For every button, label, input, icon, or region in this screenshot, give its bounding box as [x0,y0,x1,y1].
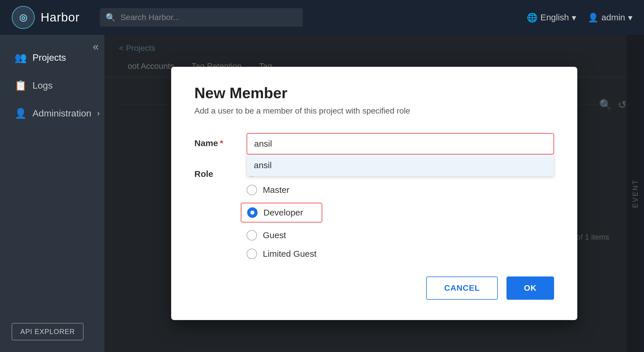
sidebar-item-projects[interactable]: 👥 Projects [0,44,104,71]
logs-icon: 📋 [15,80,27,91]
role-developer[interactable]: Developer [241,203,322,222]
language-selector[interactable]: 🌐 English ▾ [527,12,576,23]
role-master-label: Master [263,185,290,195]
chevron-down-icon: ▾ [628,12,632,23]
user-label: admin [601,12,625,22]
role-developer-label: Developer [263,208,303,218]
sidebar-collapse-button[interactable]: « [93,41,99,53]
role-guest[interactable]: Guest [247,230,316,240]
sidebar: « 👥 Projects 📋 Logs 👤 Administration › A… [0,35,104,352]
radio-limited-guest-circle [247,249,257,259]
search-icon: 🔍 [106,13,116,22]
modal-footer: CANCEL OK [194,276,554,300]
role-master[interactable]: Master [247,185,316,195]
role-limited-guest-label: Limited Guest [263,249,316,259]
sidebar-item-label: Logs [32,80,53,91]
language-label: English [540,12,569,22]
projects-icon: 👥 [15,52,27,63]
search-bar[interactable]: 🔍 [100,8,303,27]
radio-group: Project Admin Master Developer Guest [247,166,316,259]
user-icon: 👤 [588,12,598,23]
ok-button[interactable]: OK [506,276,554,300]
admin-icon: 👤 [15,107,27,119]
search-input[interactable] [120,13,297,22]
api-explorer-button[interactable]: API EXPLORER [12,323,84,340]
content-area: < Projects oot Accounts Tag Retention Ta… [104,35,644,352]
sidebar-item-logs[interactable]: 📋 Logs [0,71,104,99]
name-input-wrapper: ansil [247,133,554,155]
main-layout: « 👥 Projects 📋 Logs 👤 Administration › A… [0,35,644,352]
globe-icon: 🌐 [527,12,538,23]
radio-developer-circle [247,207,258,218]
chevron-right-icon: › [97,109,100,118]
autocomplete-item[interactable]: ansil [247,155,554,176]
radio-master-circle [247,185,257,195]
required-indicator: * [220,138,223,148]
name-input[interactable] [247,133,554,155]
role-limited-guest[interactable]: Limited Guest [247,249,316,259]
role-label: Role [194,166,235,179]
modal-subtitle: Add a user to be a member of this projec… [194,106,554,116]
sidebar-item-administration[interactable]: 👤 Administration › [0,99,104,127]
top-navigation: ◎ Harbor 🔍 🌐 English ▾ 👤 admin ▾ [0,0,644,35]
cancel-button[interactable]: CANCEL [426,276,498,300]
sidebar-item-label: Projects [32,52,66,63]
app-name: Harbor [41,10,79,24]
chevron-down-icon: ▾ [572,12,576,23]
new-member-modal: New Member Add a user to be a member of … [171,67,577,320]
nav-right: 🌐 English ▾ 👤 admin ▾ [527,12,632,23]
logo-icon: ◎ [12,6,35,29]
role-form-group: Role Project Admin Master Developer [194,166,554,259]
radio-guest-circle [247,230,257,240]
name-form-group: Name* ansil [194,133,554,155]
logo-area: ◎ Harbor [12,6,79,29]
autocomplete-dropdown: ansil [247,155,554,176]
modal-title: New Member [194,84,554,102]
name-label: Name* [194,133,235,148]
role-guest-label: Guest [263,230,286,240]
user-menu[interactable]: 👤 admin ▾ [588,12,632,23]
sidebar-item-label: Administration [32,108,91,119]
